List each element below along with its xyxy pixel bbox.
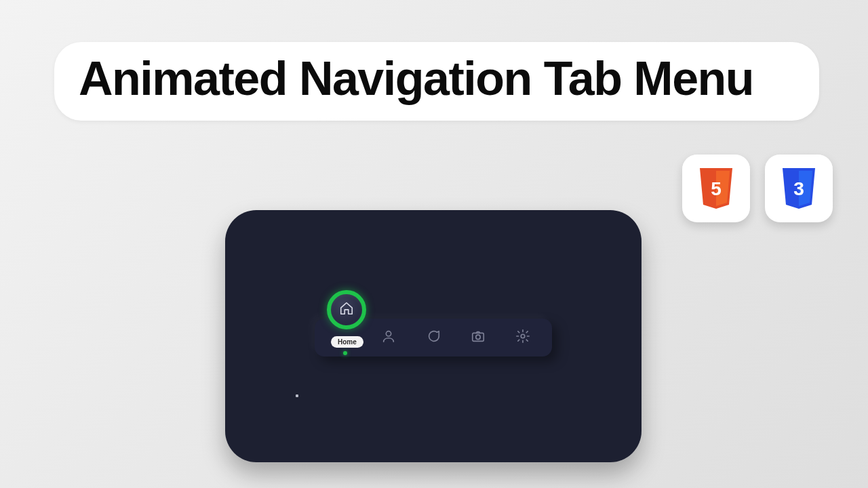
svg-rect-3: [473, 333, 484, 341]
page-title-container: Animated Navigation Tab Menu: [54, 42, 819, 121]
css3-shield-icon: 3: [780, 167, 818, 210]
nav-item-camera[interactable]: [461, 319, 495, 357]
chat-icon: [426, 329, 441, 346]
svg-text:5: 5: [711, 178, 722, 199]
nav-item-settings[interactable]: [506, 319, 540, 357]
nav-item-home[interactable]: [327, 319, 361, 357]
nav-tab-bar: Home: [315, 319, 552, 357]
html5-badge: 5: [682, 155, 750, 222]
nav-item-profile[interactable]: [372, 319, 406, 357]
cursor-indicator: [296, 394, 298, 397]
svg-point-4: [476, 335, 480, 339]
page-title: Animated Navigation Tab Menu: [79, 54, 795, 104]
svg-point-5: [521, 334, 525, 338]
user-icon: [381, 329, 396, 346]
gear-icon: [515, 329, 530, 346]
camera-icon: [471, 329, 486, 346]
nav-item-chat[interactable]: [416, 319, 450, 357]
css3-badge: 3: [765, 155, 833, 222]
svg-point-2: [386, 331, 391, 336]
svg-text:3: 3: [793, 178, 804, 199]
html5-shield-icon: 5: [697, 167, 735, 210]
home-icon: [339, 301, 354, 319]
demo-panel: Home: [225, 210, 642, 462]
